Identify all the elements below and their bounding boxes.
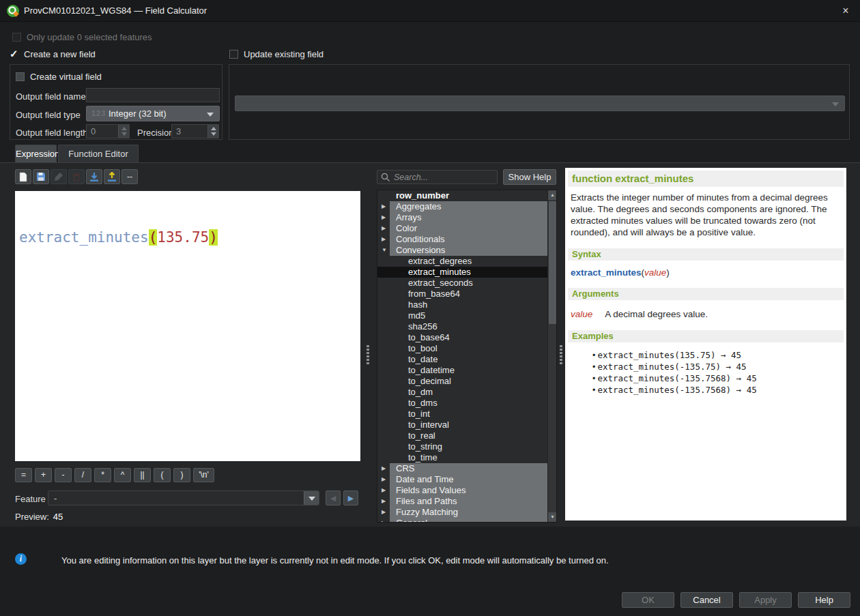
- chevron-down-icon[interactable]: [304, 491, 319, 505]
- output-field-length-value: 0: [91, 126, 96, 136]
- save-expression-button[interactable]: [33, 169, 49, 184]
- spinner-buttons[interactable]: [118, 125, 129, 138]
- ok-button[interactable]: OK: [622, 592, 674, 608]
- function-tree-label: to_decimal: [408, 376, 451, 387]
- export-expression-button[interactable]: [104, 169, 120, 184]
- function-item-to-interval[interactable]: to_interval: [377, 420, 556, 430]
- expand-arrow-icon[interactable]: ▶: [382, 234, 386, 245]
- function-search-box[interactable]: [377, 170, 498, 184]
- feature-select[interactable]: -: [48, 490, 319, 505]
- function-group-files-and-paths[interactable]: ▶Files and Paths: [377, 496, 556, 507]
- update-existing-field-checkbox[interactable]: Update existing field: [229, 49, 324, 59]
- spinner-buttons[interactable]: [207, 125, 218, 138]
- output-field-type-select[interactable]: 123 Integer (32 bit): [86, 106, 220, 121]
- function-tree-label: CRS: [396, 463, 414, 474]
- only-update-selected-checkbox[interactable]: Only update 0 selected features: [12, 32, 152, 42]
- separator-button[interactable]: --: [121, 169, 138, 184]
- new-expression-button[interactable]: [15, 169, 31, 184]
- expand-arrow-icon[interactable]: ▶: [382, 463, 386, 474]
- apply-button[interactable]: Apply: [739, 592, 792, 608]
- operator-button-3[interactable]: /: [74, 468, 91, 482]
- tab-function-editor[interactable]: Function Editor: [58, 145, 139, 162]
- new-file-icon: [18, 172, 28, 182]
- import-expression-button[interactable]: [86, 169, 102, 184]
- expand-arrow-icon[interactable]: ▶: [382, 474, 386, 485]
- function-item-to-bool[interactable]: to_bool: [377, 343, 556, 354]
- function-group-date-and-time[interactable]: ▶Date and Time: [377, 474, 556, 485]
- function-group-crs[interactable]: ▶CRS: [377, 463, 556, 474]
- function-tree-label: md5: [408, 310, 425, 321]
- output-field-length-stepper[interactable]: 0: [86, 124, 130, 138]
- operator-button-0[interactable]: =: [15, 468, 32, 482]
- function-item-to-dms[interactable]: to_dms: [377, 398, 556, 409]
- create-virtual-field-checkbox[interactable]: Create virtual field: [16, 72, 102, 82]
- scroll-up-icon[interactable]: ▲: [548, 190, 557, 200]
- search-input[interactable]: [394, 171, 495, 183]
- operator-button-1[interactable]: +: [35, 468, 52, 482]
- function-item-to-dm[interactable]: to_dm: [377, 387, 556, 398]
- function-group-fuzzy-matching[interactable]: ▶Fuzzy Matching: [377, 507, 556, 518]
- operator-button-6[interactable]: ||: [134, 468, 151, 482]
- operator-button-4[interactable]: *: [94, 468, 111, 482]
- function-item-row-number[interactable]: row_number: [377, 190, 556, 201]
- operator-button-8[interactable]: ): [173, 468, 190, 482]
- edit-mode-message: You are editing information on this laye…: [61, 555, 609, 566]
- function-item-extract-degrees[interactable]: extract_degrees: [377, 256, 556, 267]
- scroll-down-icon[interactable]: ▼: [548, 512, 557, 522]
- window-title: ProvCM01012021_WGS84 — Field Calculator: [24, 5, 207, 16]
- function-item-from-base64[interactable]: from_base64: [377, 289, 556, 299]
- help-button[interactable]: Help: [798, 592, 850, 608]
- function-item-to-int[interactable]: to_int: [377, 409, 556, 420]
- function-item-to-date[interactable]: to_date: [377, 354, 556, 365]
- existing-field-select[interactable]: [235, 96, 845, 111]
- expand-arrow-icon[interactable]: ▶: [382, 212, 386, 223]
- previous-feature-button[interactable]: ◀: [326, 490, 341, 505]
- function-group-fields-and-values[interactable]: ▶Fields and Values: [377, 485, 556, 496]
- function-item-to-base64[interactable]: to_base64: [377, 332, 556, 343]
- expand-arrow-icon[interactable]: ▶: [382, 201, 386, 212]
- expand-arrow-icon[interactable]: ▶: [382, 485, 386, 496]
- function-tree-scrollbar[interactable]: ▲ ▼: [547, 190, 556, 522]
- function-tree-label: Conditionals: [396, 234, 445, 245]
- expand-arrow-icon[interactable]: ▶: [382, 518, 386, 523]
- operator-button-9[interactable]: '\n': [193, 468, 214, 482]
- function-group-conversions[interactable]: ▼Conversions: [377, 245, 556, 256]
- function-group-general[interactable]: ▶General: [377, 518, 556, 523]
- function-item-to-decimal[interactable]: to_decimal: [377, 376, 556, 387]
- scrollbar-thumb[interactable]: [549, 201, 556, 324]
- close-icon[interactable]: ×: [837, 3, 855, 19]
- show-help-button[interactable]: Show Help: [503, 169, 556, 185]
- splitter-handle[interactable]: [558, 345, 564, 364]
- function-item-sha256[interactable]: sha256: [377, 321, 556, 332]
- expand-arrow-icon[interactable]: ▶: [382, 496, 386, 507]
- function-item-hash[interactable]: hash: [377, 299, 556, 310]
- expression-editor[interactable]: extract_minutes(135.75): [15, 191, 360, 461]
- function-item-extract-seconds[interactable]: extract_seconds: [377, 278, 556, 289]
- next-feature-button[interactable]: ▶: [343, 490, 358, 505]
- edit-expression-button[interactable]: [51, 169, 67, 184]
- tab-expression[interactable]: Expression: [15, 145, 57, 162]
- function-item-to-real[interactable]: to_real: [377, 430, 556, 441]
- function-item-to-string[interactable]: to_string: [377, 441, 556, 452]
- delete-expression-button[interactable]: [68, 169, 85, 184]
- splitter-handle[interactable]: [365, 345, 371, 364]
- function-group-conditionals[interactable]: ▶Conditionals: [377, 234, 556, 245]
- expand-arrow-icon[interactable]: ▶: [382, 223, 386, 234]
- output-field-name-input[interactable]: [86, 88, 220, 102]
- operator-button-7[interactable]: (: [154, 468, 171, 482]
- collapse-arrow-icon[interactable]: ▼: [382, 245, 387, 256]
- create-new-field-checkbox[interactable]: Create a new field: [10, 49, 96, 59]
- function-group-color[interactable]: ▶Color: [377, 223, 556, 234]
- operator-button-5[interactable]: ^: [114, 468, 131, 482]
- create-virtual-field-label: Create virtual field: [30, 72, 102, 82]
- function-item-extract-minutes[interactable]: extract_minutes: [377, 267, 556, 278]
- operator-button-2[interactable]: -: [55, 468, 72, 482]
- function-group-aggregates[interactable]: ▶Aggregates: [377, 201, 556, 212]
- function-item-md5[interactable]: md5: [377, 310, 556, 321]
- precision-stepper[interactable]: 3: [171, 124, 219, 138]
- function-item-to-time[interactable]: to_time: [377, 452, 556, 463]
- function-item-to-datetime[interactable]: to_datetime: [377, 365, 556, 376]
- function-group-arrays[interactable]: ▶Arrays: [377, 212, 556, 223]
- cancel-button[interactable]: Cancel: [680, 592, 733, 608]
- expand-arrow-icon[interactable]: ▶: [382, 507, 386, 518]
